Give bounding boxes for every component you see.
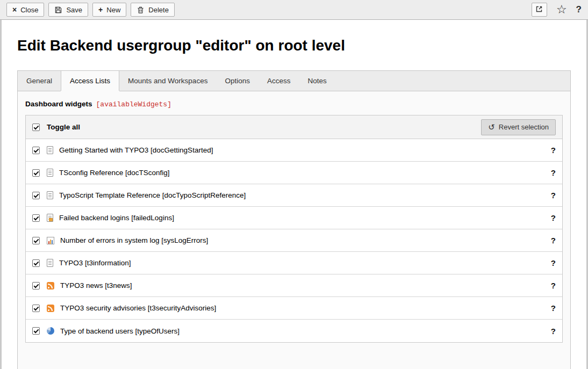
tab-bar: General Access Lists Mounts and Workspac… <box>17 70 571 91</box>
row-help-icon[interactable]: ? <box>551 327 556 336</box>
widget-rows: Getting Started with TYPO3 [docGettingSt… <box>26 139 562 342</box>
close-button[interactable]: × Close <box>6 3 44 17</box>
close-icon: × <box>12 6 17 13</box>
bookmark-star-icon[interactable]: ☆ <box>556 4 567 16</box>
tab-general[interactable]: General <box>18 71 61 91</box>
document-icon <box>47 169 53 177</box>
row-checkbox[interactable] <box>32 147 40 154</box>
delete-button-label: Delete <box>148 6 169 14</box>
toggle-all-label: Toggle all <box>47 123 80 131</box>
row-help-icon[interactable]: ? <box>551 168 556 177</box>
save-floppy-icon <box>54 6 62 14</box>
tab-access[interactable]: Access <box>259 71 299 91</box>
external-link-icon <box>535 5 543 15</box>
list-header: Toggle all ↺ Revert selection <box>26 115 562 139</box>
widget-label: Type of backend users [typeOfUsers] <box>60 327 180 335</box>
row-checkbox[interactable] <box>32 282 40 290</box>
widget-label: Failed backend logins [failedLogins] <box>59 214 174 222</box>
row-help-icon[interactable]: ? <box>551 213 556 222</box>
close-button-label: Close <box>20 6 38 14</box>
tab-panel-access-lists: Dashboard widgets [availableWidgets] Tog… <box>17 91 571 369</box>
list-item: TSconfig Reference [docTSconfig] ? <box>26 162 562 184</box>
page-title: Edit Backend usergroup "editor" on root … <box>2 20 586 54</box>
widget-label: TYPO3 security advisories [t3securityAdv… <box>60 304 216 312</box>
list-item: Failed backend logins [failedLogins] ? <box>26 207 562 229</box>
row-checkbox[interactable] <box>32 192 40 199</box>
widget-label: Getting Started with TYPO3 [docGettingSt… <box>59 146 213 154</box>
widget-label: TSconfig Reference [docTSconfig] <box>59 169 170 177</box>
row-checkbox[interactable] <box>32 237 40 244</box>
tab-notes[interactable]: Notes <box>299 71 335 91</box>
widget-label: TYPO3 [t3information] <box>59 259 131 267</box>
widget-label: TYPO3 news [t3news] <box>60 281 132 290</box>
row-checkbox[interactable] <box>32 305 40 312</box>
row-help-icon[interactable]: ? <box>551 146 556 155</box>
row-checkbox[interactable] <box>32 214 40 222</box>
tab-mounts-and-workspaces[interactable]: Mounts and Workspaces <box>119 71 216 91</box>
list-item: Type of backend users [typeOfUsers] ? <box>26 320 562 342</box>
section-head: Dashboard widgets [availableWidgets] <box>25 100 563 108</box>
widget-list: Toggle all ↺ Revert selection Getting St… <box>25 115 563 343</box>
list-item: TYPO3 security advisories [t3securityAdv… <box>26 297 562 320</box>
list-item: TypoScript Template Reference [docTypoSc… <box>26 184 562 207</box>
list-item: TYPO3 news [t3news] ? <box>26 274 562 297</box>
row-help-icon[interactable]: ? <box>551 258 556 267</box>
tab-options[interactable]: Options <box>216 71 259 91</box>
new-button[interactable]: + New <box>92 3 126 17</box>
document-icon <box>47 146 53 154</box>
row-help-icon[interactable]: ? <box>551 281 556 290</box>
document-icon <box>47 191 53 199</box>
module-body: Edit Backend usergroup "editor" on root … <box>2 20 586 369</box>
tab-access-lists[interactable]: Access Lists <box>61 71 119 91</box>
log-document-icon <box>47 214 53 222</box>
rss-icon <box>47 305 54 312</box>
docheader-toolbar: × Close Save + New Delete <box>0 0 588 20</box>
row-checkbox[interactable] <box>32 259 40 267</box>
widget-label: TypoScript Template Reference [docTypoSc… <box>59 191 246 199</box>
widget-label: Number of errors in system log [sysLogEr… <box>60 236 208 244</box>
new-button-label: New <box>106 6 120 14</box>
pie-chart-icon <box>47 327 54 335</box>
list-item: Number of errors in system log [sysLogEr… <box>26 229 562 252</box>
revert-selection-label: Revert selection <box>499 123 549 131</box>
row-checkbox[interactable] <box>32 327 40 335</box>
list-item: Getting Started with TYPO3 [docGettingSt… <box>26 139 562 162</box>
document-icon <box>47 259 53 267</box>
chart-icon <box>47 237 54 244</box>
open-in-new-window-button[interactable] <box>532 3 547 17</box>
row-help-icon[interactable]: ? <box>551 236 556 245</box>
row-help-icon[interactable]: ? <box>551 191 556 200</box>
toolbar-right-icons: ☆ ? <box>532 3 582 17</box>
toggle-all-checkbox[interactable] <box>32 124 40 131</box>
trash-icon <box>137 6 145 14</box>
row-help-icon[interactable]: ? <box>551 303 556 313</box>
toolbar-button-group: × Close Save + New Delete <box>6 3 175 17</box>
delete-button[interactable]: Delete <box>131 3 175 17</box>
section-title: Dashboard widgets <box>25 100 92 108</box>
save-button[interactable]: Save <box>48 3 88 17</box>
list-item: TYPO3 [t3information] ? <box>26 252 562 274</box>
rss-icon <box>47 282 54 290</box>
save-button-label: Save <box>66 6 82 14</box>
help-icon[interactable]: ? <box>576 4 582 15</box>
revert-selection-button[interactable]: ↺ Revert selection <box>481 119 556 135</box>
section-code: [availableWidgets] <box>96 100 171 108</box>
revert-icon: ↺ <box>488 123 495 131</box>
row-checkbox[interactable] <box>32 169 40 177</box>
plus-icon: + <box>98 6 103 13</box>
